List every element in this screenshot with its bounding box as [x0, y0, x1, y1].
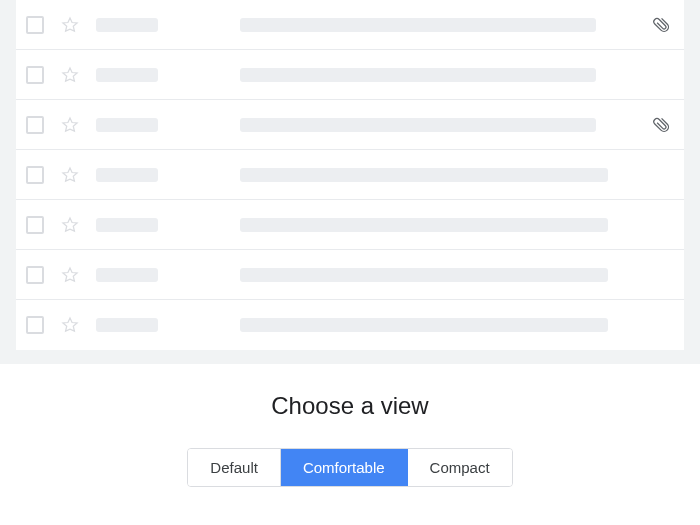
message-row[interactable]: [16, 50, 684, 100]
star-outline-icon[interactable]: [60, 265, 80, 285]
row-checkbox[interactable]: [26, 166, 44, 184]
subject-placeholder: [240, 168, 608, 182]
subject-placeholder: [240, 318, 608, 332]
row-checkbox[interactable]: [26, 266, 44, 284]
sender-placeholder: [96, 318, 158, 332]
choose-view-title: Choose a view: [271, 392, 428, 420]
star-outline-icon[interactable]: [60, 165, 80, 185]
row-checkbox[interactable]: [26, 66, 44, 84]
message-list: [16, 0, 684, 350]
subject-placeholder: [240, 68, 596, 82]
row-checkbox[interactable]: [26, 16, 44, 34]
star-outline-icon[interactable]: [60, 215, 80, 235]
attachment-icon: [652, 115, 672, 135]
row-checkbox[interactable]: [26, 316, 44, 334]
sender-placeholder: [96, 218, 158, 232]
sender-placeholder: [96, 18, 158, 32]
sender-placeholder: [96, 268, 158, 282]
message-row[interactable]: [16, 200, 684, 250]
subject-placeholder: [240, 218, 608, 232]
star-outline-icon[interactable]: [60, 15, 80, 35]
density-option-compact[interactable]: Compact: [407, 449, 512, 486]
row-checkbox[interactable]: [26, 216, 44, 234]
density-option-default[interactable]: Default: [188, 449, 280, 486]
message-row[interactable]: [16, 250, 684, 300]
density-segmented-control: DefaultComfortableCompact: [187, 448, 512, 487]
subject-placeholder: [240, 18, 596, 32]
density-option-comfortable[interactable]: Comfortable: [280, 449, 407, 486]
subject-placeholder: [240, 268, 608, 282]
star-outline-icon[interactable]: [60, 315, 80, 335]
sender-placeholder: [96, 118, 158, 132]
message-row[interactable]: [16, 150, 684, 200]
row-checkbox[interactable]: [26, 116, 44, 134]
choose-view-panel: Choose a view DefaultComfortableCompact: [0, 364, 700, 487]
sender-placeholder: [96, 68, 158, 82]
star-outline-icon[interactable]: [60, 65, 80, 85]
message-row[interactable]: [16, 100, 684, 150]
sender-placeholder: [96, 168, 158, 182]
message-row[interactable]: [16, 300, 684, 350]
attachment-icon: [652, 15, 672, 35]
density-preview-panel: [0, 0, 700, 364]
message-row[interactable]: [16, 0, 684, 50]
subject-placeholder: [240, 118, 596, 132]
star-outline-icon[interactable]: [60, 115, 80, 135]
